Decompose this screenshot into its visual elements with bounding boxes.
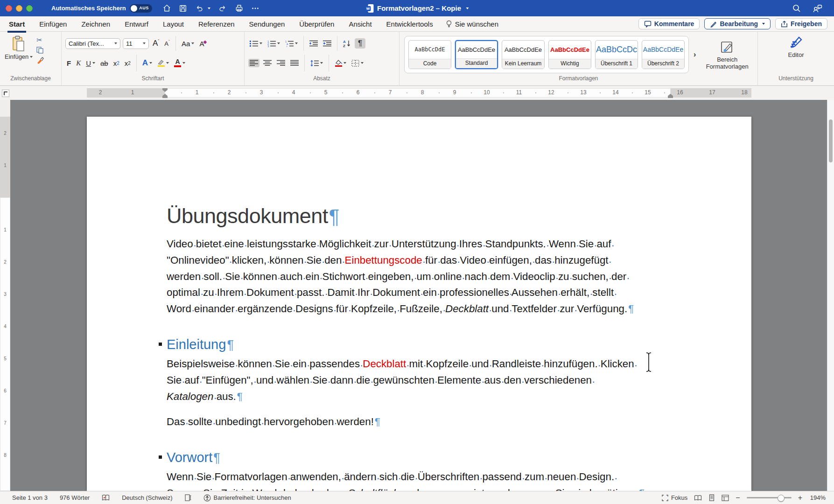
language-selector[interactable]: Deutsch (Schweiz) [122, 494, 172, 501]
show-paragraph-marks-button[interactable]: ¶ [355, 38, 365, 49]
numbering-button[interactable]: 123 [266, 39, 281, 48]
scrollbar-thumb[interactable] [829, 119, 833, 162]
highlight-button[interactable] [156, 58, 170, 68]
zoom-window-button[interactable] [26, 5, 33, 12]
focus-mode-button[interactable]: Fokus [662, 494, 687, 501]
grow-font-button[interactable]: Aˆ [151, 38, 161, 49]
style-card-uberschrift-1[interactable]: AaBbCcDcÜberschrift 1 [595, 40, 638, 69]
editing-mode-button[interactable]: Bearbeitung [704, 18, 771, 29]
tab-sie-wuenschen[interactable]: Sie wünschen [446, 20, 498, 28]
style-card-kein-leerraum[interactable]: AaBbCcDdEeKein Leerraum [502, 40, 545, 69]
doc-title-paragraph[interactable]: Übungsdokument¶ [167, 204, 672, 229]
zoom-slider-thumb[interactable] [778, 495, 785, 502]
tab-zeichnen[interactable]: Zeichnen [81, 19, 111, 29]
tab-start[interactable]: Start [8, 19, 25, 29]
style-card-standard[interactable]: AaBbCcDdEeStandard [455, 40, 498, 69]
undo-icon[interactable] [195, 4, 204, 13]
redo-icon[interactable] [218, 4, 227, 13]
print-layout-icon[interactable] [708, 494, 715, 501]
tab-entwicklertools[interactable]: Entwicklertools [386, 19, 434, 29]
page-indicator[interactable]: Seite 1 von 3 [12, 494, 48, 501]
change-case-button[interactable]: Aa [180, 39, 196, 49]
tab-referenzen[interactable]: Referenzen [198, 19, 235, 29]
decrease-indent-button[interactable] [308, 39, 319, 48]
styles-pane-button[interactable]: Bereich Formatvorlagen [701, 39, 754, 70]
italic-button[interactable]: K [75, 58, 82, 68]
strikethrough-button[interactable]: ab [99, 58, 110, 68]
contacts-icon[interactable] [813, 4, 823, 13]
autosave-toggle[interactable]: AUS [130, 4, 152, 13]
font-name-select[interactable]: Calibri (Tex... [65, 38, 120, 49]
doc-paragraph[interactable]: Wenn Sie Formatvorlagen anwenden, ändern… [167, 469, 672, 491]
more-commands-icon[interactable] [251, 4, 259, 13]
web-layout-icon[interactable] [722, 495, 729, 501]
underline-button[interactable]: U [84, 58, 97, 68]
window-controls [0, 5, 39, 12]
home-icon[interactable] [162, 4, 171, 13]
align-center-button[interactable] [262, 59, 273, 67]
shading-button[interactable] [333, 58, 348, 68]
tab-layout[interactable]: Layout [162, 19, 184, 29]
tab-einfugen[interactable]: Einfügen [39, 19, 67, 29]
paste-button[interactable]: Einfügen [5, 35, 33, 60]
sort-button[interactable]: AZ [342, 39, 352, 48]
zoom-in-button[interactable]: + [798, 494, 802, 502]
cut-icon[interactable]: ✂ [36, 37, 44, 43]
multilevel-list-button[interactable]: 1ai [284, 39, 299, 48]
accessibility-status[interactable]: Barrierefreiheit: Untersuchen [203, 494, 291, 502]
align-right-button[interactable] [275, 59, 287, 67]
proofing-status-icon[interactable] [102, 494, 110, 501]
document-page[interactable]: Übungsdokument¶Video bietet eine leistun… [87, 117, 751, 491]
clear-formatting-button[interactable]: A◆ [198, 39, 208, 49]
tab-stop-selector[interactable] [2, 90, 9, 97]
vertical-ruler[interactable]: 2112345678 [0, 100, 10, 491]
horizontal-ruler[interactable]: 21123456789101112131415161718 [0, 86, 834, 100]
tab-sendungen[interactable]: Sendungen [249, 19, 286, 29]
font-size-select[interactable]: 11 [123, 38, 149, 49]
zoom-level[interactable]: 194% [809, 494, 826, 501]
styles-gallery-more-icon[interactable]: › [694, 50, 696, 59]
style-card-uberschrift-2[interactable]: AaBbCcDdEeÜberschrift 2 [642, 40, 685, 69]
align-left-button[interactable] [248, 59, 259, 67]
minimize-window-button[interactable] [16, 5, 22, 12]
text-selection-icon[interactable] [185, 494, 191, 501]
comments-button[interactable]: Kommentare [638, 18, 700, 29]
line-spacing-button[interactable] [309, 59, 324, 68]
editor-button[interactable]: Editor [775, 34, 817, 58]
save-icon[interactable] [179, 4, 187, 13]
tab-entwurf[interactable]: Entwurf [124, 19, 149, 29]
bold-button[interactable]: F [65, 58, 72, 68]
document-title-area[interactable]: W Formatvorlagen2 – Kopie [365, 0, 469, 16]
doc-paragraph[interactable]: Beispielsweise können Sie ein passendes … [167, 356, 672, 405]
tab-ansicht[interactable]: Ansicht [348, 19, 372, 29]
bullets-button[interactable] [248, 39, 264, 48]
style-card-wichtig[interactable]: AaBbCcDdEeWichtig [548, 40, 591, 69]
doc-paragraph[interactable]: Das sollte unbedingt hervorgehoben werde… [167, 414, 672, 430]
zoom-out-button[interactable]: − [736, 494, 740, 502]
undo-chevron-icon[interactable] [208, 7, 210, 9]
word-count[interactable]: 976 Wörter [60, 494, 90, 501]
doc-heading[interactable]: Vorwort¶ [167, 449, 672, 466]
copy-icon[interactable] [36, 47, 44, 54]
doc-heading[interactable]: Einleitung¶ [167, 336, 672, 353]
shrink-font-button[interactable]: Aˇ [163, 39, 171, 48]
superscript-button[interactable]: x2 [123, 58, 132, 68]
page-content[interactable]: Übungsdokument¶Video bietet eine leistun… [167, 117, 672, 491]
justify-button[interactable] [289, 59, 300, 67]
search-icon[interactable] [792, 4, 801, 13]
increase-indent-button[interactable] [322, 39, 333, 48]
read-mode-icon[interactable] [694, 495, 702, 501]
tab-uberprufen[interactable]: Überprüfen [299, 19, 335, 29]
subscript-button[interactable]: x2 [112, 58, 121, 68]
print-icon[interactable] [235, 4, 244, 13]
zoom-slider[interactable] [747, 497, 792, 498]
format-painter-icon[interactable] [36, 57, 44, 64]
text-effects-button[interactable]: A [141, 57, 154, 69]
vertical-scrollbar[interactable] [827, 100, 834, 491]
borders-button[interactable] [350, 59, 365, 68]
font-color-button[interactable]: A [173, 58, 187, 68]
doc-paragraph[interactable]: Video bietet eine leistungsstarke Möglic… [167, 236, 672, 317]
share-button[interactable]: Freigeben [775, 18, 827, 29]
style-card-code[interactable]: AaBbCcDdECode [408, 40, 451, 69]
close-window-button[interactable] [6, 5, 12, 12]
